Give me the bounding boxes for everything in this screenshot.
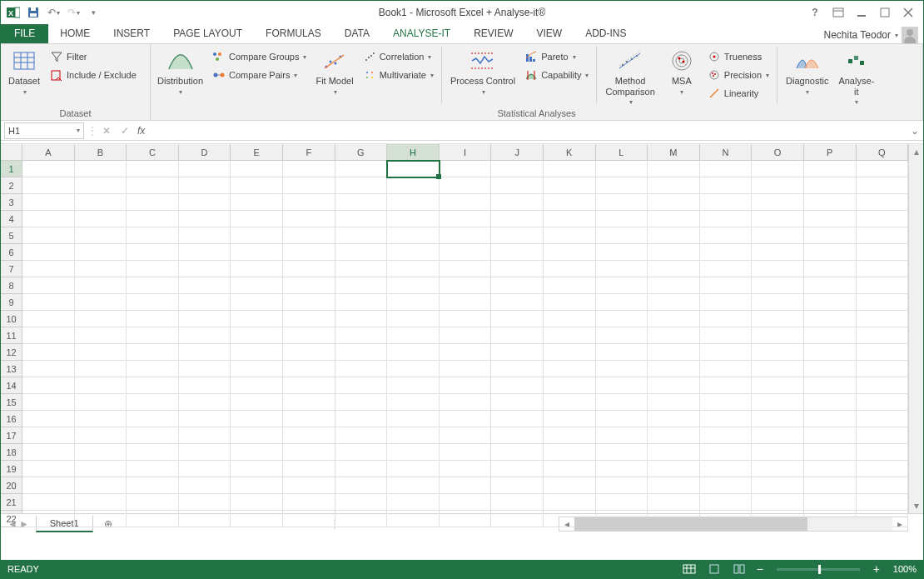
- cell[interactable]: [700, 394, 753, 411]
- tab-review[interactable]: REVIEW: [462, 23, 524, 43]
- cell[interactable]: [596, 444, 648, 461]
- distribution-button[interactable]: Distribution ▾: [154, 46, 206, 97]
- cell[interactable]: [596, 377, 648, 394]
- cell[interactable]: [440, 211, 492, 227]
- cell[interactable]: [804, 177, 857, 194]
- cell[interactable]: [648, 361, 700, 377]
- cell[interactable]: [387, 211, 440, 227]
- cell[interactable]: [127, 211, 179, 227]
- cell[interactable]: [22, 461, 75, 477]
- cell[interactable]: [387, 394, 440, 411]
- cell[interactable]: [75, 177, 127, 194]
- cell[interactable]: [752, 244, 804, 261]
- cell[interactable]: [179, 427, 231, 444]
- cell[interactable]: [596, 394, 648, 411]
- cell[interactable]: [387, 327, 440, 344]
- cell[interactable]: [231, 244, 283, 261]
- save-icon[interactable]: [24, 3, 42, 22]
- cell[interactable]: [857, 261, 909, 277]
- cell[interactable]: [752, 394, 804, 411]
- cell[interactable]: [804, 494, 857, 511]
- cell[interactable]: [75, 294, 127, 311]
- cell[interactable]: [596, 294, 648, 311]
- cell[interactable]: [75, 377, 127, 394]
- row-header[interactable]: 19: [1, 461, 22, 477]
- cell[interactable]: [22, 511, 75, 527]
- cell[interactable]: [179, 394, 231, 411]
- cell[interactable]: [231, 377, 283, 394]
- cell[interactable]: [127, 194, 179, 211]
- row-header[interactable]: 9: [1, 294, 22, 311]
- cell[interactable]: [752, 327, 804, 344]
- column-header[interactable]: E: [231, 144, 283, 160]
- scroll-up-icon[interactable]: ▴: [909, 144, 923, 159]
- cell[interactable]: [22, 277, 75, 294]
- cell[interactable]: [804, 277, 857, 294]
- cell[interactable]: [804, 194, 857, 211]
- cell[interactable]: [127, 277, 179, 294]
- cell[interactable]: [544, 211, 596, 227]
- cell[interactable]: [75, 394, 127, 411]
- cell[interactable]: [804, 477, 857, 494]
- cell[interactable]: [596, 327, 648, 344]
- analyse-it-button[interactable]: Analyse- it ▾: [835, 46, 877, 107]
- cell[interactable]: [127, 427, 179, 444]
- user-account-menu[interactable]: Nechita Teodor ▾: [824, 29, 899, 41]
- cell[interactable]: [22, 161, 75, 177]
- cell[interactable]: [804, 344, 857, 361]
- cell[interactable]: [179, 211, 231, 227]
- cell[interactable]: [231, 461, 283, 477]
- column-header[interactable]: A: [22, 144, 75, 160]
- cell[interactable]: [22, 477, 75, 494]
- cell[interactable]: [857, 394, 909, 411]
- cell[interactable]: [179, 261, 231, 277]
- cell[interactable]: [596, 411, 648, 427]
- cell[interactable]: [700, 494, 753, 511]
- cell[interactable]: [804, 327, 857, 344]
- cell[interactable]: [387, 161, 440, 177]
- cell[interactable]: [335, 261, 388, 277]
- cell[interactable]: [22, 261, 75, 277]
- tab-page-layout[interactable]: PAGE LAYOUT: [161, 23, 254, 43]
- cell[interactable]: [387, 294, 440, 311]
- cell[interactable]: [648, 411, 700, 427]
- cell[interactable]: [752, 344, 804, 361]
- cell[interactable]: [179, 494, 231, 511]
- fit-model-button[interactable]: Fit Model ▾: [312, 46, 356, 97]
- column-header[interactable]: O: [752, 144, 804, 160]
- linearity-button[interactable]: Linearity: [705, 84, 772, 102]
- cell[interactable]: [335, 294, 388, 311]
- cell[interactable]: [179, 361, 231, 377]
- cell[interactable]: [179, 477, 231, 494]
- cell[interactable]: [75, 227, 127, 244]
- method-comparison-button[interactable]: Method Comparison ▾: [602, 46, 658, 107]
- cell[interactable]: [752, 494, 804, 511]
- cell[interactable]: [335, 361, 388, 377]
- column-header[interactable]: B: [75, 144, 127, 160]
- expand-formula-bar-icon[interactable]: ⌄: [907, 125, 923, 137]
- cell[interactable]: [231, 277, 283, 294]
- cell[interactable]: [179, 461, 231, 477]
- cell[interactable]: [752, 211, 804, 227]
- cell[interactable]: [179, 277, 231, 294]
- cell[interactable]: [752, 444, 804, 461]
- cell[interactable]: [127, 361, 179, 377]
- cell[interactable]: [440, 277, 492, 294]
- cell[interactable]: [335, 311, 388, 327]
- cell[interactable]: [127, 394, 179, 411]
- cell[interactable]: [491, 211, 544, 227]
- cell[interactable]: [387, 511, 440, 527]
- cell[interactable]: [544, 227, 596, 244]
- cell[interactable]: [700, 411, 753, 427]
- cell[interactable]: [804, 394, 857, 411]
- row-header[interactable]: 15: [1, 394, 22, 411]
- cell[interactable]: [596, 427, 648, 444]
- cell[interactable]: [387, 227, 440, 244]
- cell[interactable]: [127, 411, 179, 427]
- row-header[interactable]: 2: [1, 177, 22, 194]
- cell[interactable]: [231, 311, 283, 327]
- cell[interactable]: [752, 161, 804, 177]
- cell[interactable]: [22, 427, 75, 444]
- cell[interactable]: [857, 244, 909, 261]
- row-header[interactable]: 11: [1, 327, 22, 344]
